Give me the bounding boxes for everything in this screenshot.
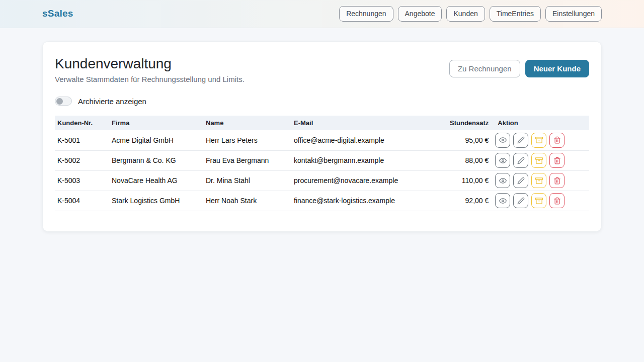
delete-button[interactable] <box>549 133 565 148</box>
table-row: K-5002 Bergmann & Co. KG Frau Eva Bergma… <box>55 150 589 170</box>
archived-toggle-row: Archivierte anzeigen <box>55 97 589 106</box>
archive-icon <box>535 157 543 164</box>
to-invoices-button[interactable]: Zu Rechnungen <box>449 60 520 77</box>
trash-icon <box>553 157 561 164</box>
edit-button[interactable] <box>513 173 528 188</box>
cell-email: office@acme-digital.example <box>291 130 447 150</box>
archive-button[interactable] <box>531 153 546 168</box>
cell-rate: 95,00 € <box>447 130 491 150</box>
archive-icon <box>535 197 543 205</box>
customers-table-body: K-5001 Acme Digital GmbH Herr Lars Peter… <box>55 130 589 211</box>
table-row: K-5004 Stark Logistics GmbH Herr Noah St… <box>55 191 589 211</box>
archive-button[interactable] <box>531 133 546 148</box>
cell-rate: 88,00 € <box>447 150 491 170</box>
cell-email: kontakt@bergmann.example <box>291 150 447 170</box>
cell-actions <box>491 150 589 170</box>
page-title: Kundenverwaltung <box>55 56 245 72</box>
archive-button[interactable] <box>531 193 546 208</box>
header-customer-no: Kunden-Nr. <box>55 116 109 130</box>
top-bar: sSales Rechnungen Angebote Kunden TimeEn… <box>0 0 644 28</box>
delete-button[interactable] <box>549 193 565 208</box>
header-name: Name <box>203 116 291 130</box>
new-customer-button[interactable]: Neuer Kunde <box>525 60 589 77</box>
cell-company: Bergmann & Co. KG <box>109 150 203 170</box>
edit-button[interactable] <box>513 133 528 148</box>
archive-icon <box>535 177 543 185</box>
cell-company: Stark Logistics GmbH <box>109 191 203 211</box>
cell-name: Dr. Mina Stahl <box>203 170 291 191</box>
top-bar-container: sSales Rechnungen Angebote Kunden TimeEn… <box>42 6 602 22</box>
card-header: Kundenverwaltung Verwalte Stammdaten für… <box>55 54 589 83</box>
customers-table-head: Kunden-Nr. Firma Name E-Mail Stundensatz… <box>55 116 589 130</box>
main-nav: Rechnungen Angebote Kunden TimeEntries E… <box>339 6 602 22</box>
cell-customer-no: K-5004 <box>55 191 109 211</box>
customers-table: Kunden-Nr. Firma Name E-Mail Stundensatz… <box>55 116 589 211</box>
cell-actions <box>491 191 589 211</box>
header-email: E-Mail <box>291 116 447 130</box>
cell-customer-no: K-5001 <box>55 130 109 150</box>
cell-company: Acme Digital GmbH <box>109 130 203 150</box>
cell-customer-no: K-5003 <box>55 170 109 191</box>
page-content: Kundenverwaltung Verwalte Stammdaten für… <box>42 41 602 232</box>
pencil-icon <box>517 197 525 205</box>
archived-toggle[interactable] <box>55 97 72 106</box>
trash-icon <box>553 136 561 144</box>
eye-icon <box>499 197 507 205</box>
nav-item-rechnungen[interactable]: Rechnungen <box>339 6 393 22</box>
view-button[interactable] <box>495 173 510 188</box>
cell-customer-no: K-5002 <box>55 150 109 170</box>
header-company: Firma <box>109 116 203 130</box>
nav-item-kunden[interactable]: Kunden <box>446 6 485 22</box>
table-row: K-5001 Acme Digital GmbH Herr Lars Peter… <box>55 130 589 150</box>
archived-toggle-label: Archivierte anzeigen <box>78 97 146 106</box>
trash-icon <box>553 197 561 205</box>
trash-icon <box>553 177 561 185</box>
nav-item-angebote[interactable]: Angebote <box>398 6 442 22</box>
card-header-text: Kundenverwaltung Verwalte Stammdaten für… <box>55 54 245 83</box>
table-row: K-5003 NovaCare Health AG Dr. Mina Stahl… <box>55 170 589 191</box>
header-row: Kunden-Nr. Firma Name E-Mail Stundensatz… <box>55 116 589 130</box>
cell-email: finance@stark-logistics.example <box>291 191 447 211</box>
eye-icon <box>499 157 507 164</box>
header-action: Aktion <box>491 116 589 130</box>
nav-item-einstellungen[interactable]: Einstellungen <box>545 6 602 22</box>
archive-button[interactable] <box>531 173 546 188</box>
delete-button[interactable] <box>549 173 565 188</box>
cell-rate: 92,00 € <box>447 191 491 211</box>
edit-button[interactable] <box>513 153 528 168</box>
pencil-icon <box>517 136 525 144</box>
eye-icon <box>499 136 507 144</box>
archive-icon <box>535 136 543 144</box>
header-rate: Stundensatz <box>447 116 491 130</box>
customer-management-card: Kundenverwaltung Verwalte Stammdaten für… <box>42 41 602 232</box>
cell-name: Herr Lars Peters <box>203 130 291 150</box>
eye-icon <box>499 177 507 185</box>
pencil-icon <box>517 177 525 185</box>
cell-email: procurement@novacare.example <box>291 170 447 191</box>
cell-actions <box>491 130 589 150</box>
delete-button[interactable] <box>549 153 565 168</box>
cell-name: Frau Eva Bergmann <box>203 150 291 170</box>
cell-company: NovaCare Health AG <box>109 170 203 191</box>
cell-name: Herr Noah Stark <box>203 191 291 211</box>
toggle-knob <box>56 98 63 105</box>
view-button[interactable] <box>495 193 510 208</box>
page-subtitle: Verwalte Stammdaten für Rechnungsstellun… <box>55 75 245 83</box>
cell-actions <box>491 170 589 191</box>
card-header-actions: Zu Rechnungen Neuer Kunde <box>449 60 589 77</box>
edit-button[interactable] <box>513 193 528 208</box>
view-button[interactable] <box>495 153 510 168</box>
cell-rate: 110,00 € <box>447 170 491 191</box>
app-logo[interactable]: sSales <box>42 8 73 19</box>
pencil-icon <box>517 157 525 164</box>
nav-item-timeentries[interactable]: TimeEntries <box>490 6 541 22</box>
view-button[interactable] <box>495 133 510 148</box>
